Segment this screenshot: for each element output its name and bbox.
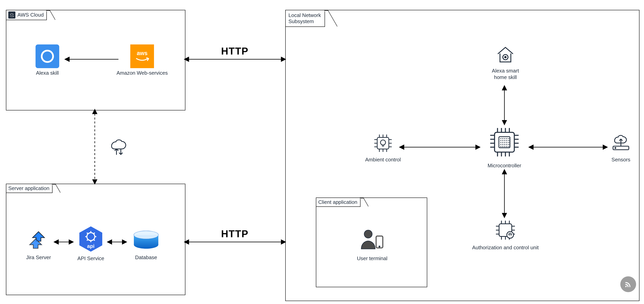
group-local-network-tab: Local Network Subsystem [285, 10, 325, 27]
node-user-terminal: User terminal [352, 225, 392, 262]
node-jira-server: Jira Server [21, 228, 56, 261]
node-alexa-home-skill: Alexa smart home skill [488, 44, 523, 80]
svg-point-45 [506, 142, 508, 143]
aws-logo-text: aws [137, 50, 148, 56]
group-client-application-label: Client application [318, 199, 357, 205]
group-server-application-tab: Server application [6, 184, 52, 193]
node-sensors: Sensors [606, 132, 636, 163]
node-alexa-skill-label: Alexa skill [30, 70, 65, 76]
svg-point-29 [380, 140, 386, 145]
svg-point-40 [506, 140, 508, 141]
node-database: Database [126, 230, 166, 261]
microcontroller-chip-icon [487, 124, 522, 160]
svg-point-49 [504, 144, 506, 145]
node-jira-label: Jira Server [21, 254, 56, 261]
node-sensors-label: Sensors [606, 156, 636, 163]
user-terminal-icon [357, 225, 387, 253]
svg-point-36 [508, 138, 509, 139]
svg-point-44 [504, 142, 506, 143]
svg-point-53 [502, 146, 504, 147]
svg-point-93 [626, 286, 627, 287]
svg-point-38 [502, 140, 504, 141]
svg-point-15 [504, 56, 506, 58]
node-ambient-control: Ambient control [361, 132, 405, 163]
svg-point-34 [504, 138, 506, 139]
svg-point-51 [508, 144, 509, 145]
api-badge-text: api [87, 243, 94, 249]
group-aws-cloud-tab: AWS Cloud [6, 10, 47, 20]
svg-point-32 [500, 138, 502, 139]
node-microcontroller: Microcontroller [482, 124, 527, 169]
api-service-icon: api [77, 225, 105, 253]
node-database-label: Database [126, 254, 166, 261]
jira-icon [27, 228, 50, 252]
auth-chip-icon [494, 218, 517, 242]
node-user-terminal-label: User terminal [352, 255, 392, 262]
svg-point-56 [508, 146, 509, 147]
svg-point-0 [42, 51, 53, 62]
cloud-sync-icon [106, 136, 130, 159]
node-api-service-label: API Service [71, 255, 110, 262]
http-label-top: HTTP [221, 46, 248, 57]
svg-point-13 [134, 231, 158, 239]
sensors-icon [609, 132, 633, 154]
node-api-service: api API Service [71, 225, 110, 262]
svg-point-46 [508, 142, 509, 143]
node-aws-label: Amazon Web-services [116, 70, 168, 76]
node-auth-label: Authorization and control unit [472, 244, 539, 251]
group-server-application-label: Server application [8, 185, 49, 191]
rss-badge-icon [620, 276, 636, 292]
node-auth-control-unit: Authorization and control unit [472, 218, 539, 251]
svg-point-39 [504, 140, 506, 141]
svg-point-90 [364, 230, 372, 238]
ambient-chip-icon [372, 132, 394, 154]
smart-home-icon [494, 44, 516, 65]
svg-point-41 [508, 140, 509, 141]
group-local-network-label: Local Network Subsystem [288, 12, 321, 25]
node-alexa-home-label: Alexa smart home skill [488, 68, 523, 80]
svg-point-42 [500, 142, 502, 143]
svg-point-48 [502, 144, 504, 145]
aws-logo-icon [8, 12, 16, 19]
svg-point-47 [500, 144, 502, 145]
group-aws-cloud-label: AWS Cloud [17, 12, 44, 18]
svg-rect-16 [377, 137, 389, 149]
node-alexa-skill: Alexa skill [30, 45, 65, 76]
svg-point-35 [506, 138, 508, 139]
alexa-skill-icon [36, 45, 59, 68]
aws-service-icon: aws [130, 45, 154, 68]
svg-point-37 [500, 140, 502, 141]
svg-point-33 [502, 138, 504, 139]
database-icon [131, 230, 161, 250]
node-aws: aws Amazon Web-services [116, 45, 168, 76]
svg-point-55 [506, 146, 508, 147]
svg-point-54 [504, 146, 506, 147]
diagram-canvas: AWS Cloud Alexa skill aws Amazon Web-ser… [0, 0, 644, 304]
svg-point-92 [379, 246, 380, 247]
svg-point-89 [507, 231, 514, 238]
node-ambient-label: Ambient control [361, 156, 405, 163]
group-client-application-tab: Client application [316, 197, 360, 207]
svg-rect-30 [494, 132, 514, 152]
svg-point-74 [615, 147, 616, 149]
svg-point-50 [506, 144, 508, 145]
http-label-bottom: HTTP [221, 228, 248, 240]
node-microcontroller-label: Microcontroller [482, 162, 527, 169]
svg-point-43 [502, 142, 504, 143]
svg-point-52 [500, 146, 502, 147]
